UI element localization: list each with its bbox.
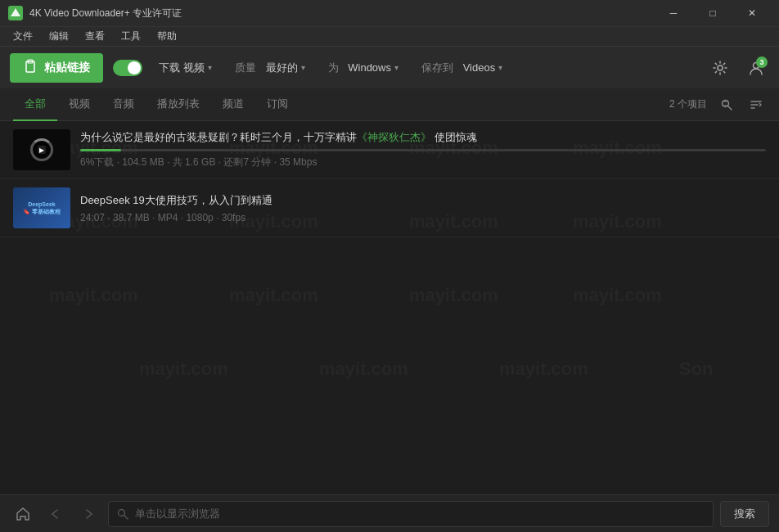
saveto-dropdown[interactable]: 保存到 Videos ▾ — [415, 57, 509, 79]
app-icon — [8, 6, 23, 20]
toggle-switch[interactable] — [113, 60, 142, 76]
content-area: mayit.com mayit.com mayit.com mayit.com … — [0, 121, 779, 494]
item-title: DeepSeek 19大使用技巧，从入门到精通 — [80, 193, 766, 208]
saveto-chevron-icon: ▾ — [498, 63, 502, 72]
progress-bar-fill — [80, 149, 121, 151]
saveto-value-label: Videos — [463, 61, 496, 74]
item-count-label: 2 个项目 — [669, 97, 707, 111]
tabs-bar: 全部视频音频播放列表频道订阅 2 个项目 — [0, 88, 779, 121]
download-item[interactable]: DeepSeek🔖 零基础教程 DeepSeek 19大使用技巧，从入门到精通 … — [0, 179, 779, 237]
menubar: 文件编辑查看工具帮助 — [0, 26, 779, 46]
svg-marker-0 — [11, 8, 20, 16]
platform-value-label: Windows — [348, 61, 391, 74]
play-icon: ▶ — [34, 142, 50, 158]
close-button[interactable]: ✕ — [733, 0, 771, 26]
menu-item-文件[interactable]: 文件 — [7, 28, 39, 45]
account-badge: 3 — [756, 56, 768, 68]
tabs-list: 全部视频音频播放列表频道订阅 — [13, 88, 299, 120]
toggle-knob — [128, 61, 141, 74]
titlebar: 4K Video Downloader+ 专业许可证 ─ □ ✕ — [0, 0, 779, 26]
tabs-actions: 2 个项目 — [669, 95, 766, 115]
home-button[interactable] — [10, 501, 36, 527]
titlebar-title: 4K Video Downloader+ 专业许可证 — [29, 7, 182, 20]
thumbnail: DeepSeek🔖 零基础教程 — [13, 187, 70, 228]
saveto-prefix-label: 保存到 — [421, 61, 453, 75]
download-item[interactable]: ▶ 为什么说它是最好的古装悬疑剧？耗时三个月，十万字精讲《神探狄仁杰》 使团惊魂… — [0, 121, 779, 179]
tab-视频[interactable]: 视频 — [57, 89, 101, 121]
titlebar-left: 4K Video Downloader+ 专业许可证 — [8, 6, 182, 20]
quality-chevron-icon: ▾ — [301, 63, 305, 72]
toolbar-right: 3 — [707, 55, 769, 81]
tab-频道[interactable]: 频道 — [211, 89, 255, 121]
tab-全部[interactable]: 全部 — [13, 89, 57, 121]
menu-item-编辑[interactable]: 编辑 — [43, 28, 75, 45]
titlebar-controls: ─ □ ✕ — [655, 0, 771, 26]
item-info: DeepSeek 19大使用技巧，从入门到精通 24:07 · 38.7 MB … — [80, 193, 766, 223]
platform-prefix-label: 为 — [328, 61, 339, 75]
svg-point-3 — [718, 65, 723, 70]
svg-line-6 — [728, 106, 732, 110]
item-info: 为什么说它是最好的古装悬疑剧？耗时三个月，十万字精讲《神探狄仁杰》 使团惊魂 6… — [80, 130, 766, 169]
tab-订阅[interactable]: 订阅 — [255, 89, 299, 121]
quality-prefix-label: 质量 — [235, 61, 256, 75]
menu-item-工具[interactable]: 工具 — [115, 28, 147, 45]
item-meta: 24:07 · 38.7 MB · MP4 · 1080p · 30fps — [80, 212, 766, 223]
toolbar: 粘贴链接 下载 视频 ▾ 质量 最好的 ▾ 为 Windows ▾ 保存到 Vi… — [0, 46, 779, 88]
forward-button[interactable] — [75, 501, 101, 527]
minimize-button[interactable]: ─ — [655, 0, 692, 26]
browser-search-placeholder: 单击以显示浏览器 — [135, 507, 220, 521]
back-button[interactable] — [43, 501, 69, 527]
progress-bar-container — [80, 149, 766, 151]
video-label: 视频 — [183, 61, 205, 75]
deepseek-thumb-text: DeepSeek🔖 零基础教程 — [23, 201, 61, 215]
clipboard-icon — [23, 59, 38, 76]
settings-button[interactable] — [707, 55, 733, 81]
video-chevron-icon: ▾ — [208, 63, 212, 72]
menu-item-帮助[interactable]: 帮助 — [151, 28, 183, 45]
menu-item-查看[interactable]: 查看 — [79, 28, 111, 45]
download-label: 下载 — [159, 61, 180, 75]
platform-chevron-icon: ▾ — [394, 63, 399, 72]
paste-button[interactable]: 粘贴链接 — [10, 53, 103, 83]
quality-dropdown[interactable]: 质量 最好的 ▾ — [228, 57, 312, 79]
sort-icon[interactable] — [746, 95, 766, 115]
search-button[interactable]: 搜索 — [720, 501, 769, 527]
thumbnail: ▶ — [13, 129, 70, 170]
download-dropdown[interactable]: 下载 视频 ▾ — [152, 57, 218, 79]
maximize-button[interactable]: □ — [694, 0, 732, 26]
list-search-icon[interactable] — [717, 95, 736, 115]
svg-line-13 — [124, 516, 128, 519]
item-meta: 6%下载 · 104.5 MB · 共 1.6 GB · 还剩7 分钟 · 35… — [80, 156, 766, 169]
bottombar: 单击以显示浏览器 搜索 — [0, 494, 779, 532]
browser-search-bar[interactable]: 单击以显示浏览器 — [108, 501, 714, 527]
item-title: 为什么说它是最好的古装悬疑剧？耗时三个月，十万字精讲《神探狄仁杰》 使团惊魂 — [80, 130, 766, 145]
paste-button-label: 粘贴链接 — [44, 61, 90, 75]
svg-point-12 — [119, 509, 125, 516]
quality-value-label: 最好的 — [266, 61, 298, 75]
tab-播放列表[interactable]: 播放列表 — [146, 89, 211, 121]
account-button[interactable]: 3 — [743, 55, 769, 81]
platform-dropdown[interactable]: 为 Windows ▾ — [322, 57, 405, 79]
tab-音频[interactable]: 音频 — [101, 89, 146, 121]
thumb-deepseek: DeepSeek🔖 零基础教程 — [13, 187, 70, 228]
